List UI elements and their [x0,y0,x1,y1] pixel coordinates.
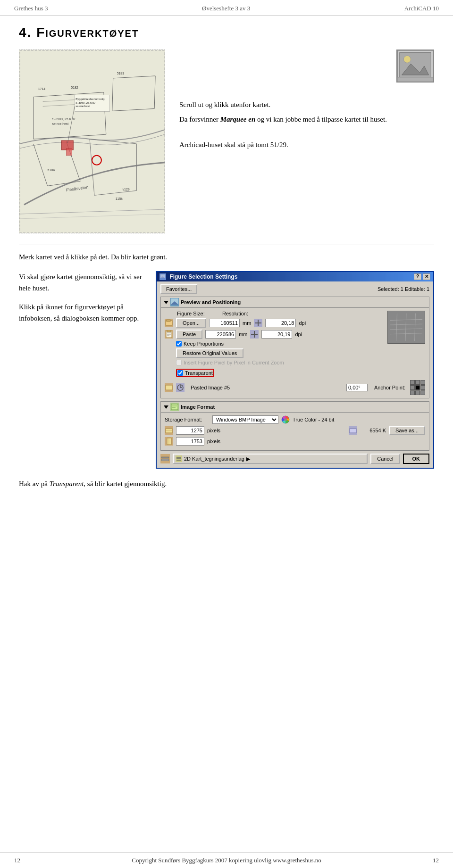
layer-button[interactable]: 2D Kart_tegningsunderlag ▶ [173,454,368,464]
angle-input[interactable] [346,384,368,391]
resolution-label: Resolution: [222,311,273,316]
left-text-block: Vi skal gjøre kartet gjennomsiktig, så v… [19,271,146,324]
storage-format-label: Storage Format: [165,417,210,422]
svg-rect-73 [166,385,172,390]
scroll-text-1: Scroll ut og klikk utenfor kartet. [179,99,434,110]
figure-name-input[interactable] [189,384,336,391]
open-button[interactable]: Open... [176,318,206,328]
scroll-text-block: Scroll ut og klikk utenfor kartet. Da fo… [179,99,434,128]
pixels1-unit: pixels [207,428,220,433]
preview-thumbnail [387,311,425,344]
selected-info: Selected: 1 Editable: 1 [378,286,429,292]
layer-arrow: ▶ [246,456,250,462]
pixels2-row: pixels [165,437,425,446]
preview-panel-header: Preview and Positioning [161,297,429,308]
favorites-button[interactable]: Favorites... [160,284,197,294]
preview-panel-body: Figure Size: Resolution: [161,308,429,398]
width-input[interactable] [209,319,240,327]
open-row: Open... mm dpi [165,318,383,328]
section-dialog: Vi skal gjøre kartet gjennomsiktig, så v… [19,271,434,469]
footer-page-left: 12 [14,857,20,864]
svg-rect-91 [167,438,171,445]
ok-button[interactable]: OK [403,454,430,464]
svg-rect-79 [171,404,178,410]
image-format-body: Storage Format: Windows BMP Image [161,413,429,450]
section-map: Flesåsveien S-3980, 25.6.97 [19,50,434,233]
unit-mm-1: mm [243,320,251,326]
close-button[interactable]: ✕ [423,273,430,280]
dialog-bottom-row: 2D Kart_tegningsunderlag ▶ Cancel OK [160,454,429,464]
scroll-text-2: Da forsvinner Marquee en og vi kan jobbe… [179,114,434,125]
svg-rect-57 [167,330,171,332]
restore-button[interactable]: Restore Original Values [176,348,243,358]
svg-text:115k: 115k [116,197,123,200]
hak-section: Hak av på Transparent, så blir kartet gj… [19,478,434,489]
unit-mm-2: mm [239,331,247,337]
page-footer: 12 Copyright Sundførs Byggfagkurs 2007 k… [0,852,453,868]
dpi-2: dpi [295,331,302,337]
paste-button[interactable]: Paste [176,330,202,339]
svg-rect-94 [161,457,169,458]
dialog-title: Figure Selection Settings [159,273,237,281]
collapse-format-icon[interactable] [164,405,168,409]
titlebar-buttons: ? ✕ [414,273,430,280]
archicad-note: Archicad-huset skal stå på tomt 51/29. [179,140,434,150]
transparent-checkbox[interactable] [177,370,183,376]
filesize-value: 6554 K [360,428,386,433]
svg-text:5183: 5183 [117,72,125,75]
saveas-button[interactable]: Save as... [389,426,425,435]
page-header: Grethes hus 3 Øvelseshefte 3 av 3 ArchiC… [0,0,453,16]
merk-section: Merk kartet ved å klikke på det. Da blir… [19,252,434,263]
svg-text:S-3980, 25.6.97: S-3980, 25.6.97 [76,101,96,104]
svg-point-84 [284,418,287,421]
insert-pixel-checkbox[interactable] [176,360,182,365]
keep-proportions-checkbox[interactable] [176,341,182,347]
image-format-panel: Image Format Storage Format: Windows BMP… [160,401,429,451]
copyright: Copyright Sundførs Byggfagkurs 2007 kopi… [132,857,321,864]
anchor-label: Anchor Point: [374,385,405,390]
svg-text:5182: 5182 [71,86,78,89]
svg-rect-93 [160,454,170,463]
svg-text:5184: 5184 [48,168,55,172]
pixels1-input[interactable] [176,426,204,435]
insert-pixel-label: Insert Figure Pixel by Pixel in Current … [184,360,284,365]
dialog-window: Figure Selection Settings ? ✕ Favorites.… [156,271,434,469]
storage-format-select[interactable]: Windows BMP Image [212,415,278,424]
svg-rect-86 [166,429,172,433]
help-button[interactable]: ? [414,273,421,280]
preview-panel: Preview and Positioning [160,297,429,398]
merk-text: Merk kartet ved å klikke på det. Da blir… [19,252,434,263]
keep-proportions-label: Keep Proportions [184,341,224,347]
paste-row: Paste mm dpi [165,330,383,339]
anchor-grid [410,380,425,395]
layer-name: 2D Kart_tegningsunderlag [184,456,244,462]
divider-1 [19,245,434,245]
footer-page-right: 12 [433,857,439,864]
header-center: Øvelseshefte 3 av 3 [202,5,250,12]
res2-input[interactable] [261,330,292,339]
pixels2-unit: pixels [207,438,220,444]
svg-rect-0 [19,50,165,232]
svg-rect-89 [350,429,356,433]
svg-rect-51 [167,320,170,322]
res1-input[interactable] [265,319,296,327]
pixels2-input[interactable] [176,437,204,446]
cancel-button[interactable]: Cancel [370,454,400,464]
figure-name-row: Anchor Point: [165,380,425,395]
hak-text: Hak av på Transparent, så blir kartet gj… [19,478,434,489]
svg-rect-42 [397,77,433,82]
chapter-title: 4. Figurverktøyet [19,25,434,40]
figure-icon [396,50,434,83]
height-input[interactable] [205,330,236,339]
hak-italic: Transparent [50,480,84,488]
left-text-1: Vi skal gjøre kartet gjennomsiktig, så v… [19,271,146,294]
keep-proportions-row: Keep Proportions [176,341,383,347]
figure-size-label: Figure Size: [177,311,219,316]
header-right: ArchiCAD 10 [404,5,439,12]
svg-text:1714: 1714 [38,87,46,91]
color-info: True Color - 24 bit [293,417,334,422]
collapse-icon[interactable] [164,301,168,304]
dialog-top-row: Favorites... Selected: 1 Editable: 1 [160,284,429,294]
svg-rect-95 [161,459,169,461]
image-format-header: Image Format [161,402,429,413]
